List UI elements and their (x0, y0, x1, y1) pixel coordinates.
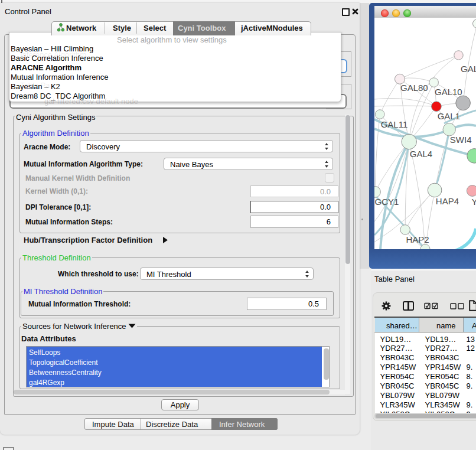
svg-text:Y: Y (471, 197, 476, 207)
svg-text:GAL11: GAL11 (381, 119, 408, 129)
svg-text:HAP2: HAP2 (406, 234, 429, 244)
svg-text:GAL1: GAL1 (438, 111, 460, 121)
svg-text:GAL7: GAL7 (461, 64, 476, 74)
svg-text:GCY1: GCY1 (375, 197, 399, 207)
svg-text:GAL4: GAL4 (410, 149, 432, 159)
svg-text:GAL10: GAL10 (435, 87, 462, 97)
svg-text:SWI4: SWI4 (450, 135, 472, 145)
svg-text:GAL80: GAL80 (400, 83, 428, 93)
svg-text:HAP4: HAP4 (436, 196, 459, 206)
